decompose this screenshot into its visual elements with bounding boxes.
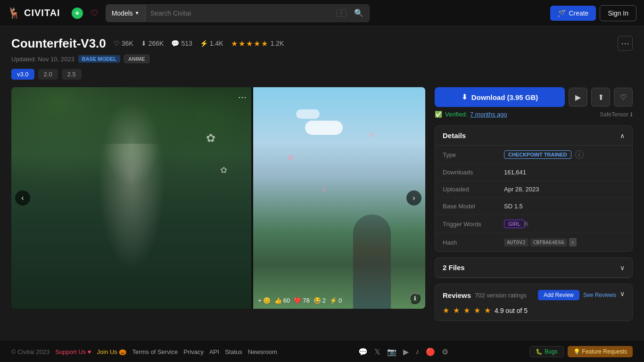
models-dropdown[interactable]: Models ▼ (106, 5, 146, 22)
gallery-secondary-image[interactable]: ✿ ✿ ✿ + 😊 👍 60 (253, 87, 425, 309)
more-options-button[interactable]: ⋯ (618, 36, 633, 51)
logo-text: CIVITAI (24, 8, 60, 18)
reviews-title: Reviews (443, 291, 471, 299)
feature-requests-button[interactable]: 💡 Feature Requests (568, 346, 633, 357)
review-star-1: ★ (443, 306, 449, 315)
buzz-stat-icon: ⚡ (200, 40, 208, 47)
files-card: 2 Files ∨ (435, 257, 633, 278)
review-star-2: ★ (453, 306, 460, 315)
comment-stat-icon: 💬 (171, 40, 179, 47)
favorite-button[interactable]: ♡ (614, 88, 633, 107)
details-title: Details (443, 132, 466, 140)
reddit-icon[interactable]: 🔴 (426, 347, 435, 356)
gallery-main: ✿ ✿ ⋯ ‹ ✿ ✿ ✿ (11, 87, 425, 309)
download-area: ⬇ Download (3.95 GB) ▶ ⬆ ♡ (435, 87, 633, 107)
hash-label: Hash (443, 239, 504, 246)
add-review-button[interactable]: Add Review (538, 290, 579, 300)
tags-row: Updated: Nov 10, 2023 BASE MODEL ANIME (11, 55, 633, 63)
instagram-icon[interactable]: 📷 (387, 347, 396, 356)
type-info-button[interactable]: i (575, 150, 584, 159)
search-button[interactable]: 🔍 (348, 5, 369, 22)
github-icon[interactable]: ⚙ (442, 347, 448, 356)
download-button[interactable]: ⬇ Download (3.95 GB) (435, 87, 565, 107)
hash-autov2: AUTOV2 (504, 239, 528, 247)
thumbs-icon: 👍 (274, 297, 282, 304)
downloads-label: Downloads (443, 169, 504, 176)
gallery-next-button[interactable]: › (406, 190, 421, 206)
see-reviews-button[interactable]: See Reviews (583, 290, 616, 300)
star-2: ★ (239, 39, 245, 48)
logo-mascot: 🦌 (8, 7, 20, 19)
review-star-5: ★ (484, 306, 491, 315)
heart-stat-icon: ♡ (114, 40, 120, 47)
youtube-icon[interactable]: ▶ (403, 347, 409, 356)
uploaded-label: Uploaded (443, 186, 504, 193)
reviews-count: 702 version ratings (475, 292, 527, 299)
gallery-options-button[interactable]: ⋯ (238, 92, 247, 102)
join-us-link[interactable]: Join Us 🎃 (97, 348, 127, 355)
version-tab-v30[interactable]: v3.0 (11, 69, 34, 80)
version-tab-v25[interactable]: 2.5 (62, 69, 82, 80)
comments-stat: 💬 513 (171, 40, 192, 47)
hash-expand-button[interactable]: › (569, 238, 577, 247)
star-4: ★ (254, 39, 260, 48)
detail-uploaded-row: Uploaded Apr 28, 2023 (435, 181, 632, 198)
rating-row: ★ ★ ★ ★ ★ 4.9 out of 5 (435, 306, 632, 321)
files-card-header[interactable]: 2 Files ∨ (435, 258, 632, 278)
privacy-link[interactable]: Privacy (183, 348, 204, 355)
status-link[interactable]: Status (225, 348, 242, 355)
hash-value-row: AUTOV2 CBFBA64E66 › (504, 238, 577, 247)
add-button[interactable]: + (72, 8, 83, 19)
updated-text: Updated: Nov 10, 2023 (11, 56, 74, 63)
info-icon: ℹ (630, 111, 633, 118)
gallery-prev-button[interactable]: ‹ (15, 190, 30, 206)
newsroom-link[interactable]: Newsroom (248, 348, 277, 355)
download-icon: ⬇ (462, 93, 468, 101)
safe-tensor-badge: SafeTensor ℹ (600, 111, 633, 118)
support-heart-icon: ♥ (88, 348, 91, 355)
sign-in-button[interactable]: Sign In (600, 5, 636, 21)
details-collapse-icon: ∧ (620, 132, 625, 140)
add-reaction-icon: + (258, 297, 262, 304)
footer-copyright: © Civitai 2023 (11, 348, 50, 355)
reaction-add[interactable]: + 😊 (258, 297, 271, 304)
details-card-body: Type CHECKPOINT TRAINED i Downloads 161,… (435, 146, 632, 251)
bug-icon: 🐛 (536, 348, 543, 355)
search-bar: Models ▼ / 🔍 (106, 4, 370, 22)
footer-right: 🐛 Bugs 💡 Feature Requests (529, 346, 633, 357)
bugs-button[interactable]: 🐛 Bugs (529, 346, 563, 357)
verified-badge: ✅ Verified: 7 months ago (435, 111, 507, 118)
details-card: Details ∧ Type CHECKPOINT TRAINED i Down… (435, 125, 633, 252)
twitter-x-icon[interactable]: 𝕏 (374, 347, 380, 356)
heart-icon[interactable]: ♡ (91, 8, 98, 18)
gallery-primary-image[interactable]: ✿ ✿ ⋯ ‹ (11, 87, 251, 309)
reviews-card: Reviews 702 version ratings Add Review S… (435, 284, 633, 321)
copy-trigger-button[interactable]: ⎘ (525, 221, 528, 227)
star-1: ★ (231, 39, 238, 48)
download-stat-icon: ⬇ (141, 40, 147, 47)
search-input[interactable] (146, 5, 337, 22)
files-collapse-icon: ∨ (620, 264, 625, 272)
base-model-label: Base Model (443, 203, 504, 210)
image-info-button[interactable]: ℹ (409, 293, 421, 304)
details-card-header[interactable]: Details ∧ (435, 126, 632, 146)
detail-trigger-row: Trigger Words GIRL ⎘ (435, 215, 632, 233)
terms-link[interactable]: Terms of Service (132, 348, 178, 355)
image-gallery: ✿ ✿ ⋯ ‹ ✿ ✿ ✿ (11, 87, 425, 321)
api-link[interactable]: API (209, 348, 219, 355)
reviews-actions: Add Review See Reviews ∨ (538, 290, 625, 300)
discord-icon[interactable]: 💬 (358, 347, 368, 356)
verified-date-link[interactable]: 7 months ago (470, 111, 507, 118)
tiktok-icon[interactable]: ♪ (415, 347, 419, 356)
model-stats: ♡ 36K ⬇ 266K 💬 513 ⚡ 1.4K ★ ★ ★ ★ ★ 1.2 (114, 39, 284, 48)
base-model-tag: BASE MODEL (78, 55, 120, 63)
share-button[interactable]: ⬆ (591, 88, 610, 107)
laugh-icon: 😂 (314, 297, 321, 304)
version-tab-v20[interactable]: 2.0 (38, 69, 58, 80)
reviews-collapse-icon: ∨ (620, 290, 625, 300)
zap-icon: ⚡ (330, 297, 337, 304)
create-button[interactable]: 🪄 Create (550, 6, 596, 21)
support-us-link[interactable]: Support Us ♥ (55, 348, 91, 355)
uploaded-value: Apr 28, 2023 (504, 186, 539, 193)
play-button[interactable]: ▶ (569, 88, 587, 107)
